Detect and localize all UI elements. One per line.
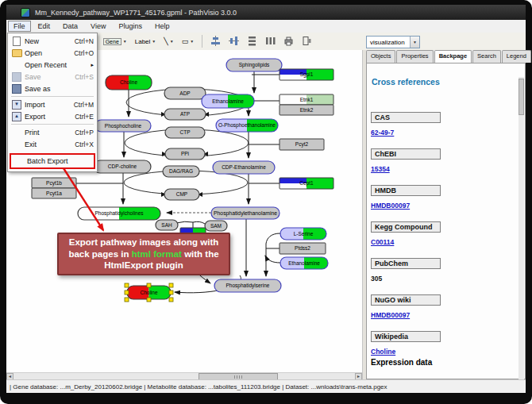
node-label: Phosphatidylethanolamine [214,210,277,217]
pathway-node-phosphatidylserine[interactable]: Phosphatidylserine [214,279,281,292]
menu-item-label: New [25,37,70,45]
cross-references-heading: Cross references [372,77,440,87]
menubar-file[interactable]: File [8,21,31,32]
menu-item-batch-export[interactable]: Batch Export [11,155,94,167]
selection-handle[interactable] [125,290,129,294]
menu-item-save-as[interactable]: Save as [9,83,96,94]
pathway-node-sah[interactable]: SAH [156,220,178,230]
pathway-node-ethanolamine[interactable]: Ethanolamine [202,94,254,108]
node-label: CDP-Ethanolamine [222,164,266,170]
align-center-vertical-button[interactable] [226,35,242,48]
menu-item-new[interactable]: NewCtrl+N [9,35,96,47]
menu-item-exit[interactable]: ExitCtrl+X [9,138,96,150]
pathway-node-phosphocholine[interactable]: Phosphocholine [95,120,151,132]
printer-button[interactable] [280,35,297,48]
tab-backpage[interactable]: Backpage [434,50,472,63]
selection-handle[interactable] [147,298,151,302]
menu-item-export[interactable]: ▲ExportCtrl+E [9,110,96,122]
tab-objects[interactable]: Objects [366,50,395,63]
titlebar[interactable]: Mm_Kennedy_pathway_WP1771_45176.gpml - P… [6,5,526,20]
menu-item-open-recent[interactable]: Open Recent▸ [9,59,96,71]
xref-value-kegg-compound[interactable]: C00114 [371,238,514,246]
pathway-node-o-phosphoethanolamine[interactable]: O-Phosphoethanolamine [216,119,278,132]
pathway-node-ethanolamine-2[interactable]: Ethanolamine [280,257,328,269]
save-as-icon [11,84,22,94]
node-label: DAG/RAG [169,168,193,174]
pathway-node-l-serine[interactable]: L-Serine [280,228,326,240]
pathway-node-cept1[interactable]: Cept1 [279,178,333,189]
pathway-edge [266,233,280,244]
menubar-data[interactable]: Data [57,21,83,32]
line-tool-button[interactable]: ╲ ▼ [160,35,176,48]
status-bar: | Gene database: ...m_Derby_20120602.bri… [6,379,526,393]
selection-handle[interactable] [169,290,173,294]
distribute-vertical-button[interactable] [244,35,260,48]
menubar-plugins[interactable]: Plugins [113,21,148,32]
pathway-node-ctp[interactable]: CTP [165,127,205,138]
xref-value-cas[interactable]: 62-49-7 [371,129,514,137]
chevron-down-icon[interactable]: ▼ [410,37,419,48]
align-center-horizontal-button[interactable] [207,35,224,48]
selection-handle[interactable] [169,298,173,302]
align-center-horizontal-icon [210,36,221,48]
menu-item-save: SaveCtrl+S [9,71,96,83]
menubar-help[interactable]: Help [149,21,175,32]
pathway-node-atp[interactable]: ATP [164,109,206,120]
pathway-node-etnk1[interactable]: Etnk1 [279,94,333,105]
menu-shortcut: Ctrl+P [75,129,94,137]
node-label: ATP [180,111,190,117]
xref-value-hmdb[interactable]: HMDB00097 [371,202,514,210]
visualization-combobox[interactable]: visualization ▼ [366,36,420,48]
menu-item-import[interactable]: ▼ImportCtrl+M [9,98,96,110]
node-label: Pcyt1a [46,190,62,197]
shape-tool-button[interactable]: ▭ ▼ [179,35,197,48]
pathway-node-pcyt1a[interactable]: Pcyt1a [32,188,76,198]
shape-tool-icon: ▭ [182,37,189,45]
pathway-node-phosphatidylethanolamine[interactable]: Phosphatidylethanolamine [211,207,279,219]
selection-handle[interactable] [169,283,173,287]
layout-button[interactable] [299,35,315,48]
datanode-tool-button[interactable]: Gene ▼ [100,35,130,48]
tab-properties[interactable]: Properties [396,50,433,63]
menu-item-print[interactable]: PrintCtrl+P [9,126,96,138]
menu-shortcut: Ctrl+N [75,37,94,45]
pathway-node-choline-selected[interactable]: Choline [125,283,173,302]
vertical-scrollbar[interactable] [519,77,524,392]
pathway-node-ptdss2[interactable]: Ptdss2 [279,243,326,254]
selection-handle[interactable] [125,298,129,302]
menu-item-label: Save [25,73,70,81]
xref-value-chebi[interactable]: 15354 [371,165,514,173]
selection-handle[interactable] [147,283,151,287]
pathway-node-cdp-ethanolamine[interactable]: CDP-Ethanolamine [213,161,275,174]
pathway-node-pcyt2[interactable]: Pcyt2 [279,139,324,150]
scrollbar-thumb[interactable] [519,79,524,115]
pathway-node-phosphatidylcholines[interactable]: Phosphatidylcholines [78,207,160,220]
xref-section-pubchem: PubChem305 [371,255,514,283]
xref-value-wikipedia[interactable]: Choline [371,348,514,356]
node-label: CTP [180,129,191,135]
pathway-node-adp[interactable]: ADP [164,87,206,99]
distribute-horizontal-button[interactable] [262,35,279,48]
label-tool-text: Label [135,38,151,45]
pathway-node-etnk2[interactable]: Etnk2 [279,105,333,115]
menu-item-open[interactable]: OpenCtrl+O [9,47,96,59]
tab-search[interactable]: Search [472,50,501,63]
pathway-node-pcyt1b[interactable]: Pcyt1b [32,178,76,188]
pathway-node-dag[interactable]: DAG/RAG [163,166,199,177]
pathway-node-sgpl1[interactable]: Sgpl1 [279,69,333,80]
menubar-view[interactable]: View [85,21,111,32]
pathway-node-cdp-choline[interactable]: CDP-choline [94,160,151,173]
menubar-edit[interactable]: Edit [33,21,56,32]
chevron-down-icon: ▼ [170,39,174,44]
pathway-node-ppi[interactable]: PPi [165,148,205,160]
xref-source-header: Wikipedia [371,331,441,342]
pathway-node-sphingolipids[interactable]: Sphingolipids [226,59,282,71]
pathway-node-choline[interactable]: Choline [106,75,152,90]
selection-handle[interactable] [125,283,129,287]
xref-value-nugo-wiki[interactable]: HMDB00097 [371,311,514,319]
chevron-down-icon: ▼ [152,39,156,44]
tab-legend[interactable]: Legend [502,50,531,63]
pathway-node-sam[interactable]: SAM [205,221,227,231]
label-tool-button[interactable]: Label ▼ [132,35,160,48]
pathway-node-cmp[interactable]: CMP [164,189,199,200]
